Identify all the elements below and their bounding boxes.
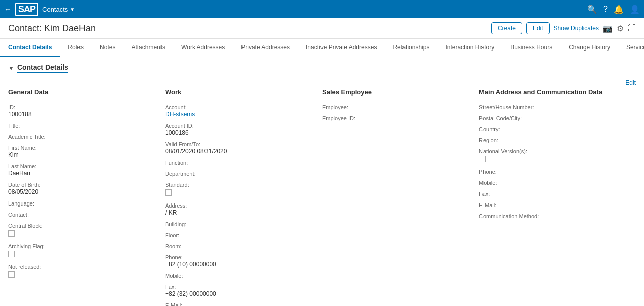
main-address-col: Main Address and Communication Data Stre… bbox=[479, 88, 636, 306]
field-account-label: Account: bbox=[165, 104, 312, 110]
back-icon[interactable]: ← bbox=[4, 5, 11, 13]
field-not-released-checkbox[interactable] bbox=[8, 271, 15, 278]
field-region-label: Region: bbox=[479, 137, 626, 143]
field-national-versions-label: National Version(s): bbox=[479, 148, 626, 154]
field-last-name: Last Name: DaeHan bbox=[8, 163, 155, 177]
field-building: Building: bbox=[165, 221, 312, 227]
field-main-mobile-label: Mobile: bbox=[479, 180, 626, 186]
field-work-fax-label: Fax: bbox=[165, 284, 312, 290]
fullscreen-icon[interactable]: ⛶ bbox=[628, 24, 636, 33]
tab-bar: Contact Details Roles Notes Attachments … bbox=[0, 39, 644, 57]
work-header: Work bbox=[165, 88, 312, 98]
search-icon[interactable]: 🔍 bbox=[587, 5, 597, 14]
field-standard-label: Standard: bbox=[165, 182, 312, 188]
field-central-block-checkbox[interactable] bbox=[8, 230, 15, 237]
field-street-house-label: Street/House Number: bbox=[479, 104, 626, 110]
tab-attachments[interactable]: Attachments bbox=[123, 39, 173, 57]
field-employee: Employee: bbox=[322, 104, 469, 110]
sales-employee-header: Sales Employee bbox=[322, 88, 469, 98]
field-function-label: Function: bbox=[165, 160, 312, 166]
tab-notes[interactable]: Notes bbox=[92, 39, 123, 57]
field-communication-method-label: Communication Method: bbox=[479, 213, 626, 219]
field-work-mobile: Mobile: bbox=[165, 273, 312, 279]
field-work-phone-label: Phone: bbox=[165, 254, 312, 260]
field-main-mobile: Mobile: bbox=[479, 180, 626, 186]
tab-service-requests[interactable]: Service Requests bbox=[618, 39, 644, 57]
field-room-label: Room: bbox=[165, 243, 312, 249]
sap-logo: SAP bbox=[15, 3, 38, 16]
page-header: Contact: Kim DaeHan Create Edit Show Dup… bbox=[0, 18, 644, 39]
nav-module[interactable]: Contacts ▼ bbox=[42, 6, 75, 13]
top-nav-left: ← SAP Contacts ▼ bbox=[4, 3, 75, 16]
field-work-fax: Fax: +82 (32) 00000000 bbox=[165, 284, 312, 297]
help-icon[interactable]: ? bbox=[603, 5, 608, 14]
bell-icon[interactable]: 🔔 bbox=[614, 5, 624, 14]
field-country-label: Country: bbox=[479, 126, 626, 132]
tab-private-addresses[interactable]: Private Addresses bbox=[233, 39, 298, 57]
field-first-name: First Name: Kim bbox=[8, 145, 155, 158]
edit-button[interactable]: Edit bbox=[526, 22, 550, 34]
page-title: Contact: Kim DaeHan bbox=[8, 23, 96, 34]
field-account-id: Account ID: 1000186 bbox=[165, 123, 312, 136]
user-icon[interactable]: 👤 bbox=[630, 5, 640, 14]
field-employee-id: Employee ID: bbox=[322, 115, 469, 121]
tab-contact-details[interactable]: Contact Details bbox=[0, 39, 60, 57]
field-dob: Date of Birth: 08/05/2020 bbox=[8, 182, 155, 195]
field-work-email: E-Mail: dhakim@dhsystems.co.kr bbox=[165, 302, 312, 306]
section-title: Contact Details bbox=[17, 63, 68, 73]
field-postal-city-label: Postal Code/City: bbox=[479, 115, 626, 121]
field-address-label: Address: bbox=[165, 202, 312, 209]
create-button[interactable]: Create bbox=[491, 22, 522, 34]
field-national-versions: National Version(s): bbox=[479, 148, 626, 164]
field-first-name-label: First Name: bbox=[8, 145, 155, 151]
field-archiving-flag: Archiving Flag: bbox=[8, 243, 155, 259]
sap-logo-text: SAP bbox=[15, 3, 38, 16]
field-main-phone: Phone: bbox=[479, 169, 626, 175]
field-id-label: ID: bbox=[8, 104, 155, 110]
general-data-header: General Data bbox=[8, 88, 155, 98]
field-standard-checkbox[interactable] bbox=[165, 189, 172, 196]
field-language: Language: bbox=[8, 200, 155, 207]
field-language-label: Language: bbox=[8, 200, 155, 207]
field-department: Department: bbox=[165, 171, 312, 177]
top-nav: ← SAP Contacts ▼ 🔍 ? 🔔 👤 bbox=[0, 0, 644, 18]
general-data-col: General Data ID: 1000188 Title: Academic… bbox=[8, 88, 165, 306]
field-national-versions-checkbox[interactable] bbox=[479, 156, 486, 162]
field-title: Title: bbox=[8, 123, 155, 129]
field-archiving-flag-checkbox[interactable] bbox=[8, 251, 15, 257]
tab-inactive-private-addresses[interactable]: Inactive Private Addresses bbox=[298, 39, 385, 57]
settings-icon[interactable]: ⚙ bbox=[617, 24, 624, 33]
tab-business-hours[interactable]: Business Hours bbox=[502, 39, 560, 57]
field-account-value[interactable]: DH-stsems bbox=[165, 111, 312, 118]
section-edit-link[interactable]: Edit bbox=[625, 79, 636, 86]
tab-relationships[interactable]: Relationships bbox=[385, 39, 437, 57]
field-street-house: Street/House Number: bbox=[479, 104, 626, 110]
field-last-name-label: Last Name: bbox=[8, 163, 155, 169]
field-postal-city: Postal Code/City: bbox=[479, 115, 626, 121]
tab-interaction-history[interactable]: Interaction History bbox=[437, 39, 502, 57]
page-actions: Create Edit Show Duplicates 📷 ⚙ ⛶ bbox=[491, 22, 636, 34]
field-valid-from-to-value: 08/01/2020 08/31/2020 bbox=[165, 148, 312, 155]
field-id: ID: 1000188 bbox=[8, 104, 155, 118]
share-icon[interactable]: 📷 bbox=[603, 24, 613, 33]
field-work-fax-value: +82 (32) 00000000 bbox=[165, 290, 312, 297]
edit-row: Edit bbox=[8, 75, 636, 88]
section-header[interactable]: ▼ Contact Details bbox=[8, 57, 636, 75]
field-dob-value: 08/05/2020 bbox=[8, 188, 155, 195]
tab-change-history[interactable]: Change History bbox=[560, 39, 618, 57]
field-work-phone-value: +82 (10) 00000000 bbox=[165, 261, 312, 268]
field-department-label: Department: bbox=[165, 171, 312, 177]
main-address-header: Main Address and Communication Data bbox=[479, 88, 626, 98]
field-not-released: Not released: bbox=[8, 264, 155, 279]
field-main-email: E-Mail: bbox=[479, 202, 626, 208]
data-columns: General Data ID: 1000188 Title: Academic… bbox=[8, 88, 636, 306]
nav-module-arrow: ▼ bbox=[70, 7, 75, 12]
field-id-value: 1000188 bbox=[8, 111, 155, 118]
tab-roles[interactable]: Roles bbox=[60, 39, 92, 57]
show-duplicates-button[interactable]: Show Duplicates bbox=[554, 25, 599, 32]
field-not-released-label: Not released: bbox=[8, 264, 155, 270]
field-work-phone: Phone: +82 (10) 00000000 bbox=[165, 254, 312, 268]
section-toggle-icon: ▼ bbox=[8, 65, 14, 72]
tab-work-addresses[interactable]: Work Addresses bbox=[173, 39, 233, 57]
field-address-value: / KR bbox=[165, 209, 312, 216]
